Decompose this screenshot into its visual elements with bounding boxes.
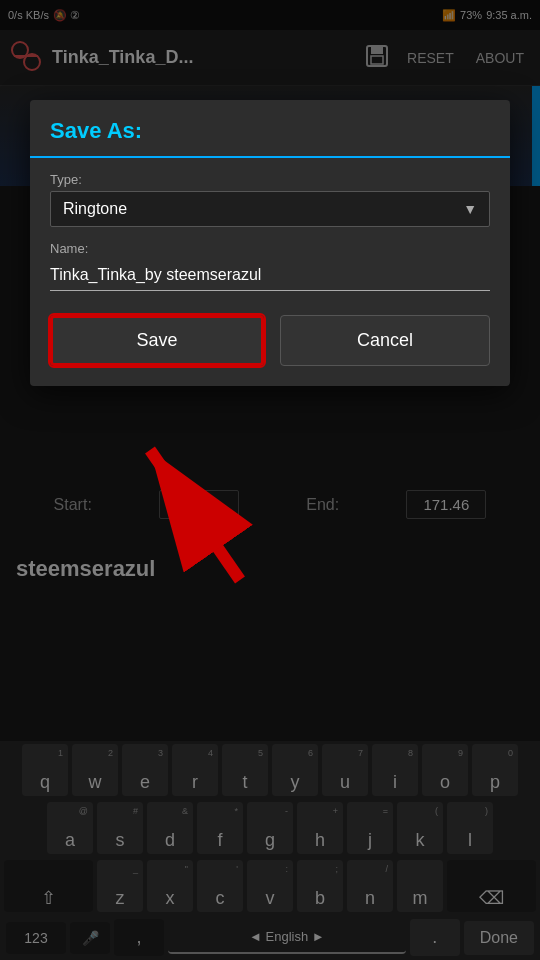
cancel-button[interactable]: Cancel (280, 315, 490, 366)
dialog-title: Save As: (30, 100, 510, 158)
name-input[interactable] (50, 260, 490, 291)
save-dialog: Save As: Type: Ringtone ▼ Name: Save Can… (30, 100, 510, 386)
dropdown-arrow-icon: ▼ (463, 201, 477, 217)
dialog-body: Type: Ringtone ▼ Name: Save Cancel (30, 158, 510, 366)
name-label: Name: (50, 241, 490, 256)
type-dropdown[interactable]: Ringtone ▼ (50, 191, 490, 227)
dialog-buttons: Save Cancel (50, 315, 490, 366)
type-value: Ringtone (63, 200, 463, 218)
save-button[interactable]: Save (50, 315, 264, 366)
type-label: Type: (50, 172, 490, 187)
